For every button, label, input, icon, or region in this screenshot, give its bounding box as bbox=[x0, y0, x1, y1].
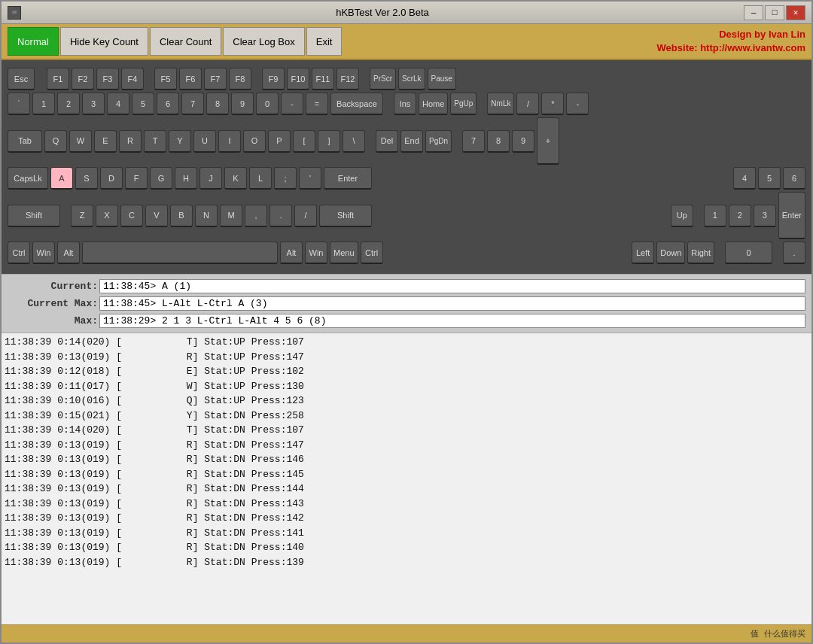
key-backtick[interactable]: ` bbox=[8, 93, 30, 115]
key-0[interactable]: 0 bbox=[256, 93, 279, 115]
key-9[interactable]: 9 bbox=[231, 93, 254, 115]
key-7[interactable]: 7 bbox=[181, 93, 204, 115]
key-down[interactable]: Down bbox=[656, 242, 685, 264]
hide-key-count-button[interactable]: Hide Key Count bbox=[60, 27, 148, 56]
key-s[interactable]: S bbox=[75, 167, 98, 190]
key-y[interactable]: Y bbox=[169, 130, 191, 153]
key-4[interactable]: 4 bbox=[107, 93, 129, 115]
key-f11[interactable]: F11 bbox=[312, 68, 334, 90]
key-k[interactable]: K bbox=[224, 167, 247, 190]
key-enter[interactable]: Enter bbox=[324, 167, 372, 190]
key-g[interactable]: G bbox=[150, 167, 172, 190]
key-rshift[interactable]: Shift bbox=[319, 205, 372, 227]
key-1[interactable]: 1 bbox=[32, 93, 55, 115]
key-equals[interactable]: = bbox=[306, 93, 328, 115]
key-t[interactable]: T bbox=[144, 130, 166, 153]
key-num4[interactable]: 4 bbox=[733, 167, 756, 190]
key-prtsc[interactable]: PrScr bbox=[370, 68, 396, 90]
key-end[interactable]: End bbox=[400, 130, 423, 153]
key-lalt[interactable]: Alt bbox=[57, 242, 80, 264]
key-num6[interactable]: 6 bbox=[783, 167, 805, 190]
key-e[interactable]: E bbox=[94, 130, 117, 153]
key-q[interactable]: Q bbox=[44, 130, 67, 153]
key-m[interactable]: M bbox=[220, 205, 242, 227]
key-f12[interactable]: F12 bbox=[336, 68, 359, 90]
key-num0[interactable]: 0 bbox=[725, 242, 772, 264]
key-f4[interactable]: F4 bbox=[121, 68, 144, 90]
clear-log-box-button[interactable]: Clear Log Box bbox=[223, 27, 304, 56]
key-rwin[interactable]: Win bbox=[305, 242, 327, 264]
key-rctrl[interactable]: Ctrl bbox=[361, 242, 383, 264]
key-home[interactable]: Home bbox=[419, 93, 448, 115]
key-f1[interactable]: F1 bbox=[47, 68, 69, 90]
key-num2[interactable]: 2 bbox=[729, 205, 751, 227]
key-f5[interactable]: F5 bbox=[154, 68, 177, 90]
key-lshift[interactable]: Shift bbox=[8, 205, 60, 227]
key-f3[interactable]: F3 bbox=[96, 68, 119, 90]
key-numminus[interactable]: - bbox=[566, 93, 589, 115]
key-num5[interactable]: 5 bbox=[758, 167, 781, 190]
key-tab[interactable]: Tab bbox=[8, 130, 42, 153]
key-right[interactable]: Right bbox=[687, 242, 714, 264]
key-h[interactable]: H bbox=[175, 167, 197, 190]
key-num3[interactable]: 3 bbox=[754, 205, 776, 227]
key-esc[interactable]: Esc bbox=[8, 68, 35, 90]
key-lwin[interactable]: Win bbox=[32, 242, 55, 264]
key-menu[interactable]: Menu bbox=[330, 242, 358, 264]
minimize-button[interactable]: — bbox=[744, 5, 763, 20]
key-f6[interactable]: F6 bbox=[179, 68, 202, 90]
key-u[interactable]: U bbox=[193, 130, 216, 153]
key-c[interactable]: C bbox=[120, 205, 143, 227]
exit-button[interactable]: Exit bbox=[306, 27, 343, 56]
clear-count-button[interactable]: Clear Count bbox=[150, 27, 221, 56]
key-num7[interactable]: 7 bbox=[462, 130, 485, 153]
key-numplus[interactable]: + bbox=[537, 117, 559, 165]
key-r[interactable]: R bbox=[119, 130, 142, 153]
key-left[interactable]: Left bbox=[632, 242, 654, 264]
key-comma[interactable]: , bbox=[245, 205, 267, 227]
key-minus[interactable]: - bbox=[281, 93, 303, 115]
key-o[interactable]: O bbox=[243, 130, 266, 153]
key-n[interactable]: N bbox=[195, 205, 218, 227]
key-b[interactable]: B bbox=[170, 205, 193, 227]
key-d[interactable]: D bbox=[100, 167, 123, 190]
key-2[interactable]: 2 bbox=[57, 93, 80, 115]
maximize-button[interactable]: □ bbox=[765, 5, 784, 20]
key-ralt[interactable]: Alt bbox=[280, 242, 303, 264]
key-del[interactable]: Del bbox=[376, 130, 398, 153]
key-f9[interactable]: F9 bbox=[262, 68, 285, 90]
key-semicolon[interactable]: ; bbox=[274, 167, 297, 190]
key-lbracket[interactable]: [ bbox=[293, 130, 315, 153]
key-capslk[interactable]: CapsLk bbox=[8, 167, 48, 190]
key-w[interactable]: W bbox=[69, 130, 92, 153]
key-numenter[interactable]: Enter bbox=[778, 192, 805, 239]
key-6[interactable]: 6 bbox=[157, 93, 179, 115]
key-pgup[interactable]: PgUp bbox=[450, 93, 477, 115]
key-period[interactable]: . bbox=[269, 205, 292, 227]
key-rbracket[interactable]: ] bbox=[318, 130, 340, 153]
log-content[interactable]: 11:38:39 0:14(020) [ T] Stat:UP Press:10… bbox=[2, 333, 811, 624]
key-pause[interactable]: Pause bbox=[428, 68, 456, 90]
key-a[interactable]: A bbox=[50, 167, 73, 190]
key-f[interactable]: F bbox=[125, 167, 148, 190]
key-f8[interactable]: F8 bbox=[229, 68, 251, 90]
key-numdot[interactable]: . bbox=[783, 242, 805, 264]
key-i[interactable]: I bbox=[218, 130, 241, 153]
key-numlk[interactable]: NmLk bbox=[487, 93, 514, 115]
key-x[interactable]: X bbox=[96, 205, 118, 227]
key-f7[interactable]: F7 bbox=[204, 68, 227, 90]
key-l[interactable]: L bbox=[249, 167, 272, 190]
key-up[interactable]: Up bbox=[671, 205, 693, 227]
key-num1[interactable]: 1 bbox=[704, 205, 726, 227]
key-j[interactable]: J bbox=[199, 167, 222, 190]
normal-button[interactable]: Normal bbox=[8, 27, 59, 56]
key-numstar[interactable]: * bbox=[541, 93, 564, 115]
key-lctrl[interactable]: Ctrl bbox=[8, 242, 30, 264]
key-8[interactable]: 8 bbox=[206, 93, 229, 115]
key-numslash[interactable]: / bbox=[516, 93, 539, 115]
key-backspace[interactable]: Backspace bbox=[330, 93, 383, 115]
key-z[interactable]: Z bbox=[71, 205, 93, 227]
key-5[interactable]: 5 bbox=[132, 93, 154, 115]
key-space[interactable] bbox=[82, 242, 278, 264]
key-num8[interactable]: 8 bbox=[487, 130, 510, 153]
